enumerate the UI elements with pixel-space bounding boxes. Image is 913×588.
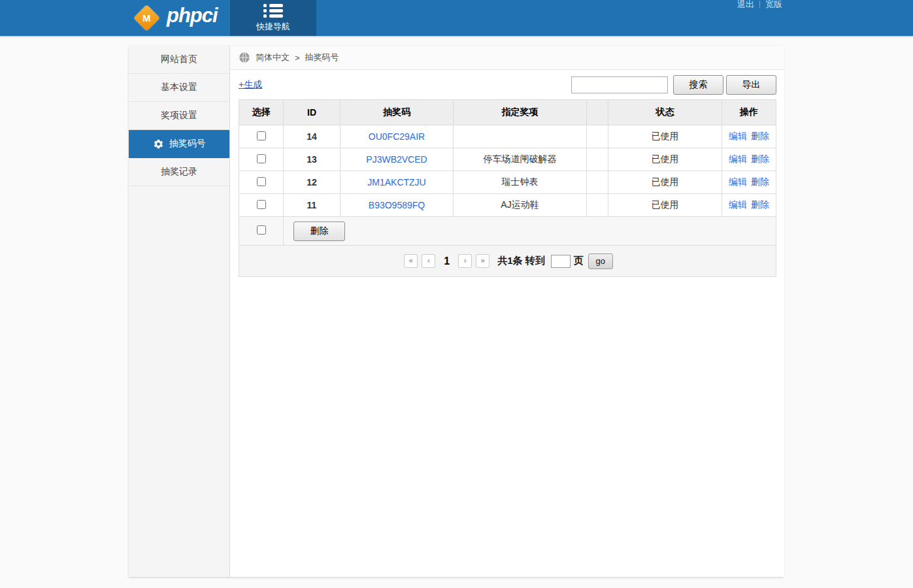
delete-link[interactable]: 删除 <box>751 131 769 141</box>
search-button[interactable]: 搜索 <box>673 75 723 95</box>
pagination-cell: « ‹ 1 › » 共1条 转到 页 go <box>239 246 776 277</box>
gear-icon <box>153 139 164 150</box>
status-cell: 已使用 <box>608 125 722 148</box>
empty-cell <box>587 148 608 171</box>
prev-page-button[interactable]: ‹ <box>422 254 435 268</box>
header-actions: 操作 <box>722 100 776 125</box>
breadcrumb-separator: > <box>295 53 300 63</box>
actions-cell: 编辑删除 <box>722 148 776 171</box>
logout-link[interactable]: 退出 <box>737 0 754 9</box>
batch-delete-cell: 删除 <box>284 217 776 246</box>
status-cell: 已使用 <box>608 194 722 217</box>
prize-cell: 停车场道闸破解器 <box>454 148 587 171</box>
breadcrumb-language: 简体中文 <box>256 52 290 63</box>
generate-link[interactable]: +生成 <box>239 79 262 91</box>
export-button[interactable]: 导出 <box>726 75 776 95</box>
table-row: 13 PJ3WB2VCED 停车场道闸破解器 已使用 编辑删除 <box>239 148 776 171</box>
delete-link[interactable]: 删除 <box>751 154 769 164</box>
top-right-links: 退出 宽版 <box>737 0 782 9</box>
sidebar-item-label: 网站首页 <box>161 54 197 65</box>
code-link[interactable]: B93O9589FQ <box>369 200 425 210</box>
code-link[interactable]: OU0FC29AIR <box>369 131 425 142</box>
status-cell: 已使用 <box>608 148 722 171</box>
sidebar-item-home[interactable]: 网站首页 <box>129 46 229 74</box>
row-checkbox[interactable] <box>257 154 266 163</box>
batch-actions-row: 删除 <box>239 217 776 246</box>
app-logo[interactable]: M phpci <box>133 4 218 27</box>
logo-mark: M <box>142 12 151 24</box>
id-cell: 13 <box>284 148 340 171</box>
status-cell: 已使用 <box>608 171 722 194</box>
table-header-row: 选择 ID 抽奖码 指定奖项 状态 操作 <box>239 100 776 125</box>
main-area: 简体中文 > 抽奖码号 +生成 搜索 导出 选择 <box>230 46 784 577</box>
top-links-divider <box>759 1 760 8</box>
quick-nav-button[interactable]: 快捷导航 <box>230 0 316 36</box>
select-all-cell <box>239 217 284 246</box>
globe-icon <box>239 52 250 63</box>
first-page-button[interactable]: « <box>404 254 418 268</box>
batch-delete-button[interactable]: 删除 <box>293 221 345 241</box>
total-count-text: 共1条 转到 <box>497 255 545 267</box>
id-cell: 14 <box>284 125 340 148</box>
code-cell: PJ3WB2VCED <box>340 148 454 171</box>
delete-link[interactable]: 删除 <box>751 199 769 210</box>
id-cell: 12 <box>284 171 340 194</box>
code-link[interactable]: PJ3WB2VCED <box>366 154 427 165</box>
edit-link[interactable]: 编辑 <box>729 154 747 164</box>
content-area: +生成 搜索 导出 选择 ID 抽奖码 指定奖项 <box>230 70 784 277</box>
breadcrumb: 简体中文 > 抽奖码号 <box>230 46 784 70</box>
prize-cell <box>454 125 587 148</box>
empty-cell <box>587 125 608 148</box>
actions-cell: 编辑删除 <box>722 125 776 148</box>
pagination-row: « ‹ 1 › » 共1条 转到 页 go <box>239 246 776 277</box>
id-cell: 11 <box>284 194 340 217</box>
header-status: 状态 <box>608 100 722 125</box>
header-empty <box>587 100 608 125</box>
edit-link[interactable]: 编辑 <box>729 199 747 210</box>
actions-cell: 编辑删除 <box>722 171 776 194</box>
select-cell <box>239 125 284 148</box>
row-checkbox[interactable] <box>257 177 266 186</box>
quick-nav-label: 快捷导航 <box>256 21 290 33</box>
table-row: 12 JM1AKCTZJU 瑞士钟表 已使用 编辑删除 <box>239 171 776 194</box>
edit-link[interactable]: 编辑 <box>729 176 747 187</box>
prize-cell: AJ运动鞋 <box>454 194 587 217</box>
top-header: M phpci 快捷导航 退出 宽版 <box>0 0 913 36</box>
delete-link[interactable]: 删除 <box>751 176 769 187</box>
empty-cell <box>587 194 608 217</box>
sidebar-item-prize-settings[interactable]: 奖项设置 <box>129 102 229 130</box>
next-page-button[interactable]: › <box>458 254 472 268</box>
select-cell <box>239 194 284 217</box>
code-link[interactable]: JM1AKCTZJU <box>367 177 425 188</box>
pagination: « ‹ 1 › » 共1条 转到 页 go <box>240 253 775 269</box>
search-input[interactable] <box>571 76 668 93</box>
select-cell <box>239 171 284 194</box>
row-checkbox[interactable] <box>257 131 266 140</box>
lottery-codes-table: 选择 ID 抽奖码 指定奖项 状态 操作 14 OU0FC29AIR <box>239 99 776 277</box>
code-cell: B93O9589FQ <box>340 194 454 217</box>
wide-version-link[interactable]: 宽版 <box>765 0 782 9</box>
last-page-button[interactable]: » <box>476 254 490 268</box>
page-container: 网站首页 基本设置 奖项设置 抽奖码号 抽奖记录 简体中文 > 抽奖码号 <box>129 46 784 577</box>
sidebar-item-basic-settings[interactable]: 基本设置 <box>129 74 229 102</box>
table-row: 11 B93O9589FQ AJ运动鞋 已使用 编辑删除 <box>239 194 776 217</box>
prize-cell: 瑞士钟表 <box>454 171 587 194</box>
current-page: 1 <box>444 255 450 267</box>
select-all-checkbox[interactable] <box>257 225 266 235</box>
sidebar-item-lottery-records[interactable]: 抽奖记录 <box>129 158 229 186</box>
code-cell: JM1AKCTZJU <box>340 171 454 194</box>
breadcrumb-current: 抽奖码号 <box>305 52 339 63</box>
sidebar-item-label: 奖项设置 <box>161 110 197 122</box>
sidebar-item-lottery-codes[interactable]: 抽奖码号 <box>129 130 229 158</box>
go-button[interactable]: go <box>588 253 613 269</box>
table-row: 14 OU0FC29AIR 已使用 编辑删除 <box>239 125 776 148</box>
header-id: ID <box>284 100 340 125</box>
select-cell <box>239 148 284 171</box>
sidebar-item-label: 抽奖码号 <box>169 138 206 150</box>
page-number-input[interactable] <box>551 255 571 268</box>
header-select: 选择 <box>239 100 284 125</box>
header-code: 抽奖码 <box>340 100 454 125</box>
page-unit-label: 页 <box>574 255 584 267</box>
row-checkbox[interactable] <box>257 200 266 209</box>
edit-link[interactable]: 编辑 <box>729 131 747 141</box>
